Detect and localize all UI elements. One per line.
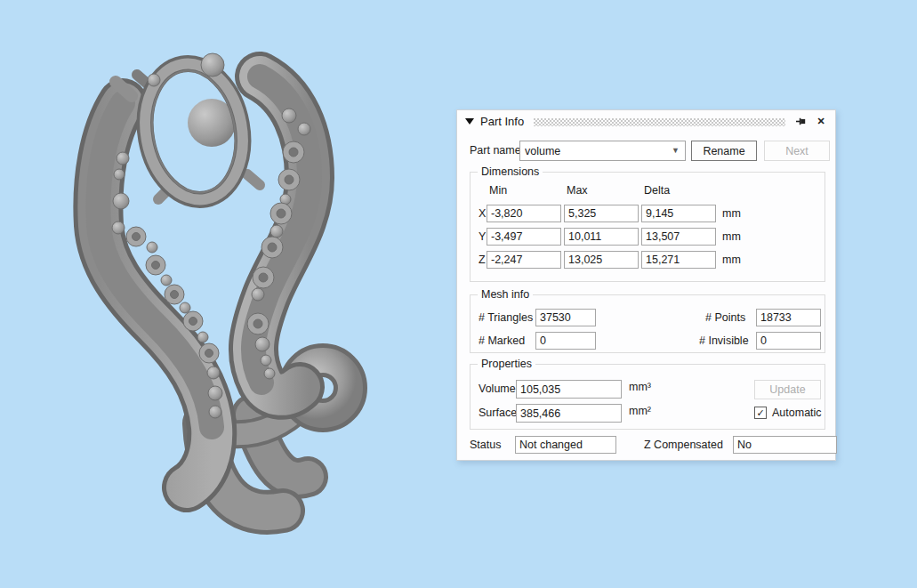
panel-title: Part Info	[480, 115, 524, 128]
automatic-checkbox-row[interactable]: ✓ Automatic	[754, 407, 822, 419]
axis-label-y: Y	[479, 230, 486, 243]
points-label: # Points	[705, 311, 745, 324]
automatic-label: Automatic	[772, 407, 822, 419]
volume-unit-label: mm³	[629, 381, 651, 393]
properties-legend: Properties	[478, 358, 535, 370]
z-min-field[interactable]	[487, 251, 561, 269]
part-name-row: Part name volume ▼ Rename Next	[470, 141, 824, 161]
surface-unit-label: mm²	[629, 405, 651, 417]
y-max-field[interactable]	[564, 228, 639, 246]
status-label: Status	[470, 439, 501, 451]
points-field[interactable]	[756, 309, 821, 326]
x-unit-label: mm	[722, 207, 741, 220]
invisible-label: # Invisible	[699, 334, 749, 347]
part-info-panel: Part Info ✕ Part name volume ▼ Rename Ne…	[456, 109, 836, 461]
close-icon[interactable]: ✕	[814, 114, 828, 128]
rename-button[interactable]: Rename	[691, 141, 757, 161]
part-name-value: volume	[525, 145, 667, 157]
marked-field[interactable]	[535, 332, 596, 350]
pin-icon[interactable]	[793, 114, 808, 128]
surface-label: Surface	[479, 407, 517, 419]
chevron-down-icon: ▼	[672, 146, 680, 155]
axis-label-x: X	[479, 207, 486, 220]
automatic-checkbox[interactable]: ✓	[754, 407, 767, 419]
col-header-min: Min	[489, 184, 507, 197]
z-compensated-field[interactable]	[733, 436, 837, 454]
z-max-field[interactable]	[564, 251, 639, 269]
collapse-triangle-icon[interactable]	[465, 118, 474, 125]
next-button[interactable]: Next	[764, 141, 830, 161]
status-row: Status Z Compensated	[470, 436, 824, 454]
drag-handle-texture[interactable]	[534, 118, 785, 126]
invisible-field[interactable]	[756, 332, 821, 350]
x-max-field[interactable]	[564, 205, 639, 222]
part-name-label: Part name	[470, 144, 521, 157]
triangles-field[interactable]	[535, 309, 596, 326]
y-min-field[interactable]	[487, 228, 561, 246]
z-delta-field[interactable]	[641, 251, 716, 269]
axis-label-z: Z	[479, 254, 486, 266]
mesh-info-groupbox: Mesh info # Triangles # Points # Marked …	[470, 294, 825, 353]
col-header-delta: Delta	[644, 184, 670, 197]
volume-field[interactable]	[516, 380, 622, 399]
volume-label: Volume	[479, 383, 516, 395]
dimensions-groupbox: Dimensions Min Max Delta X mm Y mm Z mm	[470, 172, 825, 282]
x-min-field[interactable]	[487, 205, 561, 222]
y-delta-field[interactable]	[641, 228, 716, 246]
part-name-combobox[interactable]: volume ▼	[519, 141, 686, 161]
panel-titlebar[interactable]: Part Info ✕	[457, 110, 835, 132]
z-unit-label: mm	[722, 254, 741, 266]
checkmark-icon: ✓	[756, 408, 764, 418]
x-delta-field[interactable]	[641, 205, 716, 222]
y-unit-label: mm	[722, 230, 741, 243]
marked-label: # Marked	[479, 334, 525, 347]
mesh-info-legend: Mesh info	[478, 288, 533, 301]
properties-groupbox: Properties Volume mm³ Update Surface mm²…	[470, 364, 825, 430]
ring-3d-model	[69, 34, 376, 554]
update-button[interactable]: Update	[754, 380, 821, 399]
col-header-max: Max	[567, 184, 588, 197]
status-field[interactable]	[515, 436, 616, 454]
triangles-label: # Triangles	[479, 311, 533, 324]
surface-field[interactable]	[516, 404, 622, 423]
z-compensated-label: Z Compensated	[644, 439, 723, 451]
dimensions-legend: Dimensions	[478, 165, 543, 178]
